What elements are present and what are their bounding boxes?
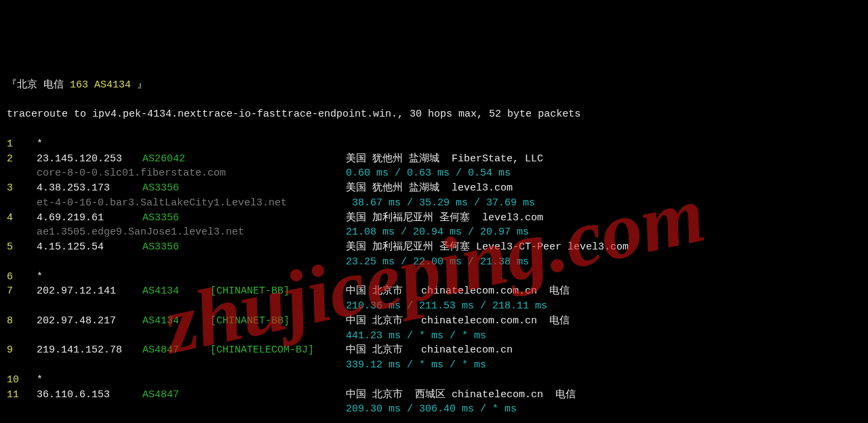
hop-hostname [37,402,346,417]
hop-number: 10 [7,373,37,388]
hop-number: 9 [7,343,37,358]
hop-row: 34.38.253.173AS3356美国 犹他州 盐湖城 level3.com [7,181,861,196]
hop-location-info: 中国 北京市 chinatelecom.com.cn 电信 [346,314,861,329]
hop-latency: 210.36 ms / 211.53 ms / 218.11 ms [346,299,861,314]
hop-asn: AS3356 [142,240,210,255]
padding [7,255,37,270]
hop-subrow: 441.23 ms / * ms / * ms [7,329,861,344]
hop-latency: 21.08 ms / 20.94 ms / 20.97 ms [346,225,861,240]
hop-location-info [346,373,861,388]
hop-tag [210,240,346,255]
padding [7,358,37,373]
hop-tag [210,270,346,285]
header-loc2: 电信 [43,79,64,91]
padding [7,225,37,240]
hop-number: 2 [7,152,37,167]
hop-hostname: et-4-0-16-0.bar3.SaltLakeCity1.Level3.ne… [37,196,346,211]
hop-ip: 23.145.120.253 [37,152,142,167]
hop-number: 4 [7,211,37,226]
hop-subrow: 210.36 ms / 211.53 ms / 218.11 ms [7,299,861,314]
hop-row: 7202.97.12.141AS4134[CHINANET-BB]中国 北京市 … [7,284,861,299]
hop-asn: AS4847 [142,388,210,403]
hop-asn: AS3356 [142,211,210,226]
padding [7,166,37,181]
hop-hostname [37,329,346,344]
hop-ip: 36.110.6.153 [37,388,142,403]
hop-ip: 202.97.48.217 [37,314,142,329]
hop-ip: 4.15.125.54 [37,240,142,255]
hop-asn: AS4134 [142,314,210,329]
hop-location-info: 中国 北京市 chinatelecom.cn [346,343,861,358]
hop-location-info: 美国 加利福尼亚州 圣何塞 Level3-CT-Peer level3.com [346,240,861,255]
hop-tag [210,388,346,403]
padding [7,299,37,314]
hop-subrow: ae1.3505.edge9.SanJose1.level3.net21.08 … [7,225,861,240]
hop-subrow: 23.25 ms / 22.00 ms / 21.38 ms [7,255,861,270]
hop-row: 6* [7,270,861,285]
bracket-open: 『 [7,79,17,91]
hop-ip: * [37,270,142,285]
header-asn: 163 AS4134 [70,79,131,91]
hop-row: 1136.110.6.153AS4847中国 北京市 西城区 chinatele… [7,388,861,403]
hop-tag [210,211,346,226]
hop-location-info: 美国 加利福尼亚州 圣何塞 level3.com [346,211,861,226]
hop-number: 6 [7,270,37,285]
hop-row: 54.15.125.54AS3356美国 加利福尼亚州 圣何塞 Level3-C… [7,240,861,255]
header-line: 『北京 电信 163 AS4134 』 [7,78,861,93]
hop-location-info: 美国 犹他州 盐湖城 FiberState, LLC [346,152,861,167]
hop-ip: * [37,137,142,152]
hop-tag [210,181,346,196]
hop-number: 3 [7,181,37,196]
hop-location-info [346,137,861,152]
hop-row: 1* [7,137,861,152]
hop-asn [142,373,210,388]
hop-hostname: ae1.3505.edge9.SanJose1.level3.net [37,225,346,240]
hop-hostname [37,358,346,373]
hop-ip: 4.38.253.173 [37,181,142,196]
hop-number: 7 [7,284,37,299]
hop-tag: [CHINATELECOM-BJ] [210,343,346,358]
hop-row: 223.145.120.253AS26042美国 犹他州 盐湖城 FiberSt… [7,152,861,167]
hop-ip: 202.97.12.141 [37,284,142,299]
hop-subrow: 339.12 ms / * ms / * ms [7,358,861,373]
hop-latency: 441.23 ms / * ms / * ms [346,329,861,344]
hop-asn: AS4134 [142,284,210,299]
padding [7,329,37,344]
hop-latency: 209.30 ms / 306.40 ms / * ms [346,402,861,417]
hop-subrow: 209.30 ms / 306.40 ms / * ms [7,402,861,417]
hop-asn: AS3356 [142,181,210,196]
hop-hostname: core-8-0-0.slc01.fiberstate.com [37,166,346,181]
hop-asn [142,137,210,152]
hop-hostname [37,255,346,270]
hop-row: 9219.141.152.78AS4847[CHINATELECOM-BJ]中国… [7,343,861,358]
header-loc1: 北京 [17,79,37,91]
hop-ip: 219.141.152.78 [37,343,142,358]
hop-ip: 4.69.219.61 [37,211,142,226]
hops-container: 1*223.145.120.253AS26042美国 犹他州 盐湖城 Fiber… [7,137,861,417]
padding [7,402,37,417]
hop-row: 8202.97.48.217AS4134[CHINANET-BB]中国 北京市 … [7,314,861,329]
hop-number: 1 [7,137,37,152]
hop-latency: 339.12 ms / * ms / * ms [346,358,861,373]
hop-hostname [37,299,346,314]
hop-tag [210,137,346,152]
hop-latency: 0.60 ms / 0.63 ms / 0.54 ms [346,166,861,181]
hop-tag [210,152,346,167]
terminal-output: 『北京 电信 163 AS4134 』 traceroute to ipv4.p… [7,63,861,423]
hop-ip: * [37,373,142,388]
hop-latency: 38.67 ms / 35.29 ms / 37.69 ms [346,196,861,211]
hop-row: 10* [7,373,861,388]
hop-number: 8 [7,314,37,329]
hop-location-info: 中国 北京市 chinatelecom.com.cn 电信 [346,284,861,299]
hop-location-info: 美国 犹他州 盐湖城 level3.com [346,181,861,196]
hop-subrow: core-8-0-0.slc01.fiberstate.com0.60 ms /… [7,166,861,181]
hop-number: 5 [7,240,37,255]
padding [7,196,37,211]
hop-row: 44.69.219.61AS3356美国 加利福尼亚州 圣何塞 level3.c… [7,211,861,226]
hop-asn: AS26042 [142,152,210,167]
hop-tag: [CHINANET-BB] [210,284,346,299]
hop-subrow: et-4-0-16-0.bar3.SaltLakeCity1.Level3.ne… [7,196,861,211]
hop-location-info: 中国 北京市 西城区 chinatelecom.cn 电信 [346,388,861,403]
bracket-close: 』 [131,79,147,91]
hop-tag: [CHINANET-BB] [210,314,346,329]
